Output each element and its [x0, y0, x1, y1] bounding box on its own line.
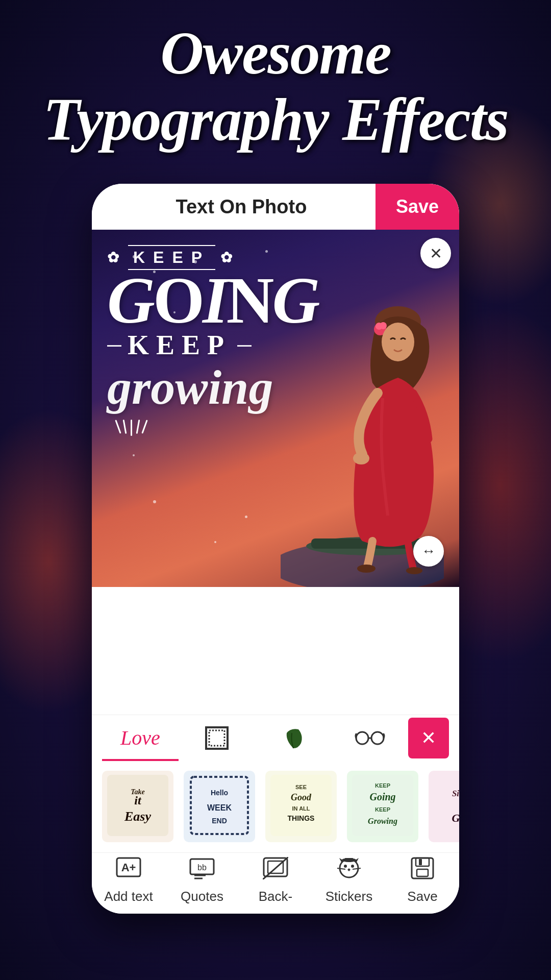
app-title: Text On Photo: [92, 196, 375, 218]
hero-line1: Owesome: [20, 20, 531, 87]
svg-rect-68: [345, 858, 353, 861]
svg-text:Going: Going: [369, 791, 395, 803]
sticker-2-label: Hello WEEK END: [186, 772, 253, 841]
text-overlay[interactable]: ✿ KEEP ✿ GOING — KEEP — growing: [102, 240, 286, 441]
nav-stickers-label: Stickers: [325, 889, 372, 904]
svg-line-66: [353, 868, 361, 869]
hero-title-text: Owesome Typography Effects: [20, 20, 531, 153]
hero-line2: Typography Effects: [20, 87, 531, 153]
app-header: Text On Photo Save: [92, 184, 459, 230]
svg-rect-71: [417, 869, 428, 876]
leaf-icon: [281, 725, 306, 751]
sticker-1-label: Take it Easy: [104, 772, 171, 841]
stickers-icon: [336, 857, 362, 885]
sticker-item-2[interactable]: Hello WEEK END: [184, 771, 255, 842]
canvas-area: ✿ KEEP ✿ GOING — KEEP — growing: [92, 230, 459, 587]
close-icon: ✕: [430, 244, 442, 262]
frame-icon: [204, 725, 230, 751]
svg-point-14: [356, 732, 368, 744]
sticker-4-label: KEEP Going KEEP Growing: [349, 772, 416, 841]
nav-background-label: Back-: [259, 889, 292, 904]
growing-label: growing: [107, 360, 273, 414]
resize-icon: ↔: [421, 543, 436, 559]
svg-text:it: it: [134, 794, 142, 807]
svg-point-64: [351, 865, 354, 868]
svg-text:Good: Good: [452, 812, 459, 824]
svg-rect-13: [209, 730, 224, 746]
nav-item-quotes[interactable]: bb Quotes: [165, 857, 239, 904]
nav-quotes-label: Quotes: [181, 889, 223, 904]
svg-text:KEEP: KEEP: [375, 782, 390, 789]
sun-rays: [107, 420, 281, 436]
going-label: GOING: [107, 263, 318, 337]
sticker-grid: Take it Easy Hello WEEK END: [92, 761, 459, 852]
svg-point-7: [380, 322, 387, 329]
svg-point-10: [357, 565, 375, 573]
background-icon: [263, 857, 288, 885]
svg-line-65: [337, 868, 345, 869]
phone-mockup: Text On Photo Save ✿ KEEP ✿: [92, 184, 459, 914]
svg-text:bb: bb: [197, 863, 207, 872]
svg-point-8: [382, 323, 414, 361]
glasses-icon: [355, 728, 385, 748]
nav-add-text-label: Add text: [104, 889, 153, 904]
save-bottom-icon: [410, 857, 435, 885]
sticker-item-3[interactable]: SEE Good IN ALL THINGS: [265, 771, 337, 842]
svg-text:Easy: Easy: [124, 809, 151, 824]
svg-text:KEEP: KEEP: [375, 806, 390, 813]
svg-text:SEE: SEE: [295, 784, 307, 790]
sticker-close-icon: ✕: [421, 727, 436, 749]
svg-text:END: END: [212, 817, 227, 825]
going-container: GOING: [107, 267, 281, 333]
hero-title: Owesome Typography Effects: [0, 20, 551, 153]
save-top-button[interactable]: Save: [375, 184, 459, 230]
nav-save-label: Save: [407, 889, 437, 904]
bottom-nav: A+ Add text bb Quotes: [92, 852, 459, 914]
sticker-item-5[interactable]: Simple is Good: [429, 771, 459, 842]
nav-item-stickers[interactable]: Stickers: [312, 857, 386, 904]
quotes-icon: bb: [189, 857, 215, 885]
growing-container: growing: [107, 359, 281, 415]
sticker-close-button[interactable]: ✕: [408, 718, 449, 758]
tab-love[interactable]: Love: [102, 715, 179, 761]
nav-item-add-text[interactable]: A+ Add text: [92, 857, 165, 904]
svg-text:Good: Good: [291, 792, 312, 802]
svg-text:THINGS: THINGS: [288, 814, 315, 822]
svg-text:IN ALL: IN ALL: [292, 805, 310, 812]
svg-text:A+: A+: [121, 861, 136, 874]
sticker-item-4[interactable]: KEEP Going KEEP Growing: [347, 771, 418, 842]
resize-handle[interactable]: ↔: [413, 536, 444, 567]
tab-frame[interactable]: [179, 715, 255, 761]
nav-item-save[interactable]: Save: [386, 857, 459, 904]
svg-point-11: [406, 567, 422, 574]
keep2-label: KEEP: [128, 329, 231, 361]
svg-rect-72: [419, 859, 422, 865]
svg-point-15: [371, 732, 384, 744]
tab-love-label: Love: [120, 726, 160, 750]
svg-rect-70: [416, 858, 429, 866]
sticker-tabs: Love: [92, 715, 459, 761]
nav-item-background[interactable]: Back-: [239, 857, 312, 904]
svg-text:Growing: Growing: [368, 817, 397, 826]
svg-rect-69: [412, 858, 433, 878]
tab-nature[interactable]: [255, 715, 332, 761]
sticker-5-label: Simple is Good: [431, 772, 459, 841]
tab-fun[interactable]: [332, 715, 408, 761]
add-text-icon: A+: [116, 857, 141, 885]
sticker-3-label: SEE Good IN ALL THINGS: [267, 772, 335, 841]
svg-point-9: [353, 452, 369, 464]
svg-text:WEEK: WEEK: [207, 803, 232, 812]
svg-point-63: [344, 865, 347, 868]
svg-text:Simple: Simple: [452, 789, 459, 798]
white-editing-area: [92, 587, 459, 715]
svg-text:Hello: Hello: [211, 789, 228, 797]
svg-rect-36: [434, 775, 459, 836]
close-canvas-button[interactable]: ✕: [420, 238, 451, 268]
sticker-item-1[interactable]: Take it Easy: [102, 771, 173, 842]
